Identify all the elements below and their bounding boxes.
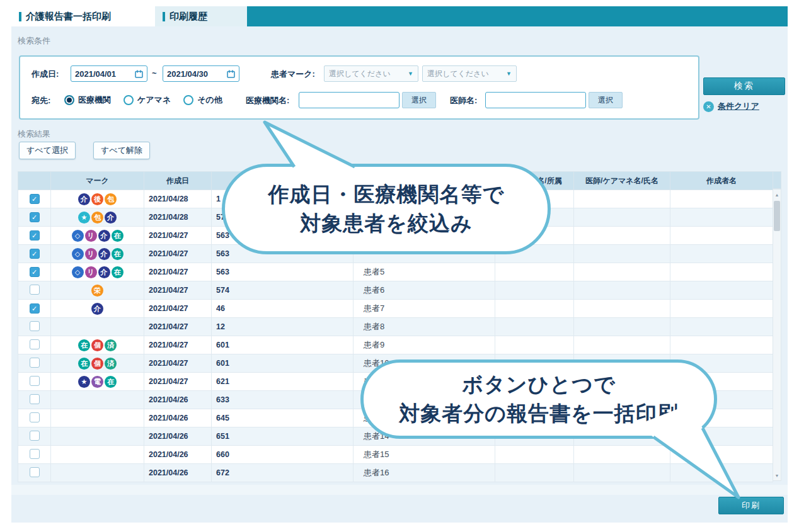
row-marks-cell: 在個済 <box>51 354 144 373</box>
table-row: 2021/04/2712患者8 <box>18 318 773 336</box>
row-checkbox-checked[interactable]: ✓ <box>30 267 40 277</box>
dest-radio-option-2[interactable]: ケアマネ <box>124 94 171 106</box>
date-from-input[interactable]: 2021/04/01 <box>71 65 147 82</box>
tab-care-report-batch-print[interactable]: 介護報告書一括印刷 <box>11 6 166 26</box>
row-marks-cell: ★包介 <box>51 208 144 227</box>
patient-mark-badge: ★ <box>78 376 90 388</box>
institution-select-button[interactable]: 選択 <box>402 92 436 108</box>
table-scrollbar[interactable]: ▲ ▼ <box>773 189 781 481</box>
date-to-input[interactable]: 2021/04/30 <box>163 65 239 82</box>
cell-patient-name: 患者8 <box>354 318 495 336</box>
row-select-cell: ✓ <box>18 263 51 281</box>
row-marks-cell <box>51 427 144 446</box>
row-checkbox-unchecked[interactable] <box>30 449 40 459</box>
dest-radio-group: 医療機関ケアマネその他 <box>64 92 222 108</box>
row-select-cell <box>18 446 51 464</box>
row-checkbox-unchecked[interactable] <box>30 376 40 386</box>
cell-patient-name: 患者16 <box>354 464 495 482</box>
cell-institution <box>495 464 574 482</box>
cell-patient-id: 660 <box>212 446 354 464</box>
patient-mark-badge: ◇ <box>72 266 84 278</box>
cell-doctor <box>574 263 670 281</box>
search-results-label: 検索結果 <box>18 128 50 140</box>
patient-mark-badge: 介 <box>78 193 90 205</box>
row-checkbox-checked[interactable]: ✓ <box>30 212 40 222</box>
calendar-icon[interactable] <box>227 70 235 78</box>
cell-created-date: 2021/04/26 <box>144 464 212 482</box>
header-mark: マーク <box>51 172 144 190</box>
row-checkbox-checked[interactable]: ✓ <box>30 303 40 314</box>
patient-mark-select-2[interactable]: 選択してください ▼ <box>422 65 517 82</box>
scrollbar-up-icon[interactable]: ▲ <box>773 190 781 199</box>
radio-label: 医療機関 <box>78 94 111 106</box>
cell-patient-name: 患者15 <box>354 446 495 464</box>
row-select-cell <box>18 354 51 373</box>
search-button[interactable]: 検索 <box>703 77 785 95</box>
patient-mark-badge: 包 <box>105 193 117 205</box>
patient-mark-badge: 包 <box>91 212 103 224</box>
deselect-all-button[interactable]: すべて解除 <box>93 142 150 159</box>
row-marks-cell: ◇リ介在 <box>51 245 144 263</box>
tab-label-print-history: 印刷履歴 <box>170 11 207 23</box>
patient-mark-select-1[interactable]: 選択してください ▼ <box>324 65 418 82</box>
institution-name-input[interactable] <box>299 92 400 108</box>
row-select-cell: ✓ <box>18 245 51 263</box>
cell-doctor <box>574 245 670 263</box>
patient-mark-badge: 後 <box>91 193 103 205</box>
patient-mark-badge: 介 <box>98 248 110 260</box>
dest-radio-option-1[interactable]: 医療機関 <box>64 94 111 106</box>
row-checkbox-unchecked[interactable] <box>30 412 40 422</box>
row-select-cell <box>18 409 51 427</box>
cell-patient-name: 患者5 <box>354 263 495 281</box>
row-select-cell: ✓ <box>18 300 51 318</box>
row-checkbox-unchecked[interactable] <box>30 394 40 404</box>
institution-name-label: 医療機関名: <box>246 95 289 106</box>
row-marks-cell <box>51 318 144 336</box>
row-checkbox-checked[interactable]: ✓ <box>30 194 40 204</box>
print-callout-tail <box>621 395 747 504</box>
row-marks-cell: 栄 <box>51 281 144 300</box>
row-select-cell <box>18 427 51 446</box>
row-marks-cell: ◇リ介在 <box>51 227 144 245</box>
cell-patient-id: 601 <box>212 336 354 354</box>
radio-icon <box>124 95 134 105</box>
filter-callout-tail <box>249 118 375 189</box>
scrollbar-thumb[interactable] <box>774 201 780 231</box>
cell-author <box>670 336 773 354</box>
dest-radio-option-3[interactable]: その他 <box>183 94 222 106</box>
select-all-button[interactable]: すべて選択 <box>19 142 76 159</box>
row-checkbox-unchecked[interactable] <box>30 285 40 295</box>
row-checkbox-unchecked[interactable] <box>30 431 40 441</box>
doctor-select-button[interactable]: 選択 <box>589 92 623 108</box>
cell-institution <box>495 336 574 354</box>
cell-created-date: 2021/04/27 <box>144 245 212 263</box>
calendar-icon[interactable] <box>135 70 143 78</box>
row-checkbox-unchecked[interactable] <box>30 467 40 477</box>
tab-print-history[interactable]: 印刷履歴 <box>155 6 247 26</box>
row-select-cell <box>18 281 51 300</box>
patient-mark-badge: 在 <box>112 230 124 242</box>
patient-mark-badge: リ <box>85 248 97 260</box>
cell-author <box>670 190 773 208</box>
patient-mark-badge: 介 <box>98 266 110 278</box>
row-checkbox-unchecked[interactable] <box>30 358 40 368</box>
cell-author <box>670 208 773 227</box>
row-marks-cell <box>51 409 144 427</box>
doctor-name-input[interactable] <box>485 92 586 108</box>
cell-created-date: 2021/04/27 <box>144 227 212 245</box>
radio-label: ケアマネ <box>137 94 171 106</box>
table-row: 在個済2021/04/27601患者9 <box>18 336 773 354</box>
patient-mark-badge: ★ <box>78 212 90 224</box>
row-checkbox-checked[interactable]: ✓ <box>30 230 40 241</box>
row-checkbox-checked[interactable]: ✓ <box>30 249 40 259</box>
row-checkbox-unchecked[interactable] <box>30 321 40 331</box>
table-row: 栄2021/04/27574患者6 <box>18 281 773 300</box>
clear-conditions-link[interactable]: ✕ 条件クリア <box>703 101 759 112</box>
patient-mark-badge: 栄 <box>91 285 103 297</box>
dropdown-arrow-icon: ▼ <box>506 71 512 77</box>
cell-patient-id: 601 <box>212 354 354 373</box>
cell-author <box>670 300 773 318</box>
scrollbar-down-icon[interactable]: ▼ <box>773 471 781 480</box>
date-range-separator: ~ <box>152 69 157 78</box>
row-checkbox-unchecked[interactable] <box>30 339 40 349</box>
